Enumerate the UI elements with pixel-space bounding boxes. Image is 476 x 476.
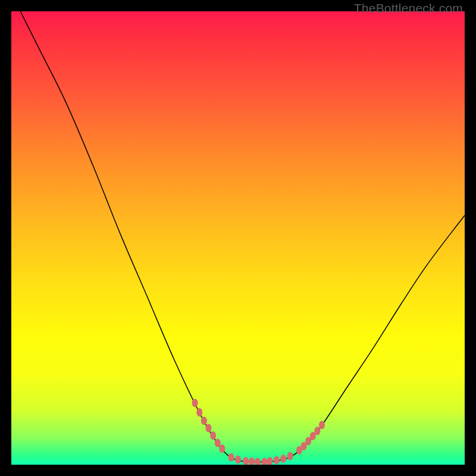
chart-curve-line [20,11,465,462]
chart-plot-area [11,11,465,465]
chart-data-marker [274,456,280,464]
chart-data-marker [219,444,225,453]
chart-svg [11,11,465,465]
chart-data-marker [319,421,325,429]
chart-data-marker [205,424,211,433]
chart-data-marker [243,457,249,465]
chart-data-marker [314,427,320,435]
chart-data-marker [196,408,202,416]
chart-data-marker [235,456,241,464]
chart-data-marker [215,439,221,447]
chart-data-marker [201,416,207,425]
chart-data-marker [267,457,273,465]
chart-data-marker [255,458,261,465]
chart-markers [192,399,325,465]
chart-data-marker [228,453,234,462]
watermark-text: TheBottleneck.com [354,1,463,15]
chart-data-marker [192,399,198,407]
chart-data-marker [210,431,216,440]
chart-data-marker [287,452,293,461]
chart-data-marker [280,455,286,463]
chart-data-marker [249,458,255,465]
chart-data-marker [261,458,267,465]
